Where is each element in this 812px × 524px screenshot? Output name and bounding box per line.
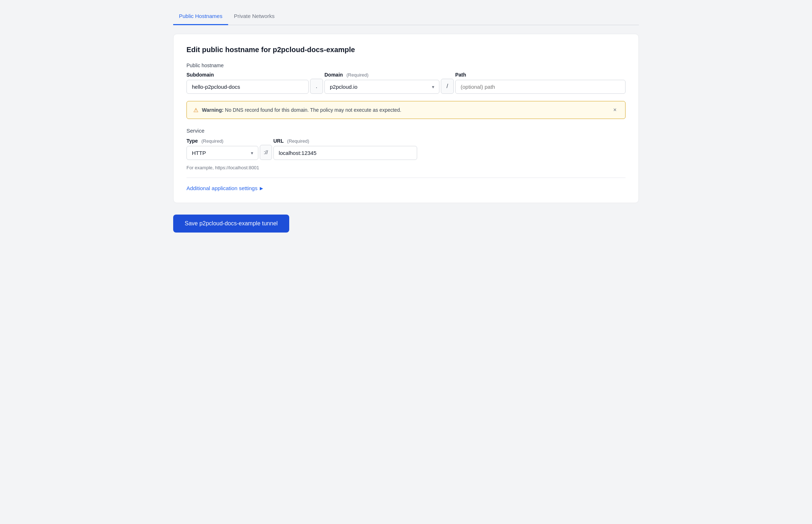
- service-type-field-group: Type (Required) HTTP HTTPS TCP UDP: [186, 138, 258, 160]
- service-type-label: Type (Required): [186, 138, 258, 144]
- service-type-select-wrapper: HTTP HTTPS TCP UDP: [186, 146, 258, 160]
- subdomain-field-group: Subdomain: [186, 72, 309, 94]
- service-row: Type (Required) HTTP HTTPS TCP UDP ://: [186, 138, 626, 160]
- service-url-field-group: URL (Required): [273, 138, 417, 160]
- tab-private-networks[interactable]: Private Networks: [228, 9, 280, 25]
- path-label: Path: [455, 72, 626, 78]
- subdomain-input[interactable]: [186, 80, 309, 94]
- example-text: For example, https://localhost:8001: [186, 165, 626, 170]
- path-input[interactable]: [455, 80, 626, 94]
- service-url-required-label: (Required): [287, 138, 309, 144]
- slash-separator: /: [441, 79, 454, 94]
- domain-select[interactable]: p2pcloud.io: [324, 80, 439, 94]
- tab-bar: Public Hostnames Private Networks: [173, 9, 639, 25]
- additional-settings-link[interactable]: Additional application settings ▶: [186, 185, 626, 191]
- subdomain-label: Subdomain: [186, 72, 309, 78]
- save-tunnel-button[interactable]: Save p2pcloud-docs-example tunnel: [173, 215, 289, 233]
- dot-separator: .: [310, 79, 323, 94]
- warning-content: ⚠ Warning: No DNS record found for this …: [193, 107, 401, 114]
- domain-required-label: (Required): [346, 72, 368, 78]
- service-section-label: Service: [186, 128, 626, 134]
- warning-close-button[interactable]: ×: [611, 106, 619, 114]
- service-type-select[interactable]: HTTP HTTPS TCP UDP: [186, 146, 258, 160]
- service-url-label: URL (Required): [273, 138, 417, 144]
- warning-icon: ⚠: [193, 107, 198, 114]
- domain-select-wrapper: p2pcloud.io: [324, 80, 439, 94]
- card-title: Edit public hostname for p2pcloud-docs-e…: [186, 46, 626, 54]
- service-type-required-label: (Required): [202, 138, 223, 144]
- divider: [186, 178, 626, 178]
- warning-text: Warning: No DNS record found for this do…: [202, 107, 401, 113]
- tab-public-hostnames[interactable]: Public Hostnames: [173, 9, 228, 25]
- protocol-separator: ://: [260, 145, 272, 160]
- public-hostname-section-label: Public hostname: [186, 63, 626, 68]
- additional-settings-label: Additional application settings: [186, 185, 258, 191]
- warning-banner: ⚠ Warning: No DNS record found for this …: [186, 101, 626, 119]
- path-field-group: Path: [455, 72, 626, 94]
- arrow-icon: ▶: [260, 186, 263, 191]
- service-url-input[interactable]: [273, 146, 417, 160]
- domain-label: Domain (Required): [324, 72, 439, 78]
- hostname-row: Subdomain . Domain (Required) p2pcloud.i…: [186, 72, 626, 94]
- domain-field-group: Domain (Required) p2pcloud.io: [324, 72, 439, 94]
- edit-hostname-card: Edit public hostname for p2pcloud-docs-e…: [173, 34, 639, 203]
